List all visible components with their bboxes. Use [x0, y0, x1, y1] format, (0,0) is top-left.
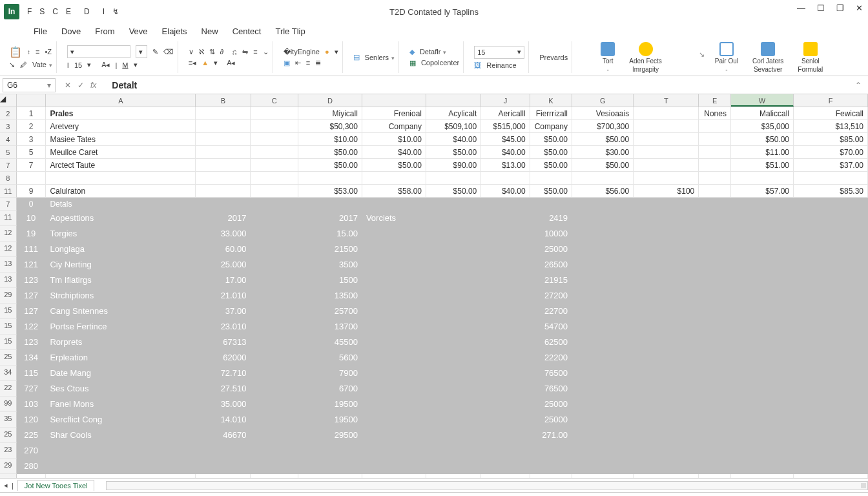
cell[interactable] [699, 198, 731, 211]
cell[interactable] [251, 381, 298, 397]
qat-item[interactable]: D [84, 7, 90, 16]
cell[interactable] [481, 304, 530, 319]
menu-item[interactable]: New [202, 26, 218, 36]
cell[interactable]: $50.00 [426, 185, 481, 198]
cell[interactable] [794, 335, 868, 350]
cell[interactable] [634, 172, 699, 185]
cell[interactable]: Shar Cools [46, 428, 196, 443]
cell[interactable] [362, 288, 426, 304]
cell[interactable]: 120 [17, 412, 46, 428]
row-header[interactable]: 15 [0, 319, 17, 335]
cell[interactable] [572, 350, 634, 366]
cell[interactable]: 1500 [298, 273, 362, 288]
cell[interactable]: 127 [17, 288, 46, 304]
cell[interactable]: $700,300 [572, 120, 634, 133]
cell[interactable] [572, 474, 634, 478]
cell[interactable]: Aopesttions [46, 211, 196, 226]
cell[interactable] [699, 335, 731, 350]
cell[interactable] [46, 459, 196, 474]
cell[interactable]: 5600 [298, 350, 362, 366]
cell[interactable] [251, 474, 298, 478]
cell[interactable] [731, 459, 794, 474]
cell[interactable] [362, 335, 426, 350]
cell[interactable]: 2017 [298, 211, 362, 226]
cell[interactable] [572, 381, 634, 397]
cell[interactable] [572, 397, 634, 412]
column-header[interactable]: G [572, 94, 634, 107]
cell[interactable] [731, 198, 794, 211]
cell[interactable] [481, 257, 530, 273]
cell[interactable] [634, 459, 699, 474]
font-combo[interactable]: ▾ [67, 45, 130, 58]
menu-item[interactable]: Veve [129, 26, 148, 36]
cell[interactable]: $50.00 [572, 159, 634, 172]
row-header[interactable]: 4 [0, 133, 17, 146]
cell[interactable]: Maliccall [731, 107, 794, 120]
cell[interactable]: 29500 [298, 428, 362, 443]
cell[interactable] [699, 443, 731, 459]
menu-item[interactable]: Centect [232, 26, 262, 36]
cell[interactable]: 62500 [530, 335, 572, 350]
cell[interactable]: Nones [699, 107, 731, 120]
cell[interactable] [699, 133, 731, 146]
cell[interactable]: 2 [17, 120, 46, 133]
cell[interactable] [426, 443, 481, 459]
cell[interactable]: $50.00 [530, 133, 572, 146]
cell[interactable] [298, 172, 362, 185]
cell[interactable]: Masiee Tates [46, 133, 196, 146]
cell[interactable] [481, 381, 530, 397]
cell[interactable]: $10.00 [362, 133, 426, 146]
cell[interactable] [196, 185, 251, 198]
cell[interactable] [634, 335, 699, 350]
cell[interactable] [699, 172, 731, 185]
cell[interactable]: $13,510 [794, 120, 868, 133]
cell[interactable]: Fanel Mons [46, 397, 196, 412]
cell[interactable]: 115 [17, 366, 46, 381]
cell[interactable] [699, 146, 731, 159]
cell[interactable]: 1 [17, 107, 46, 120]
column-header[interactable]: W [731, 94, 794, 107]
cell[interactable] [530, 459, 572, 474]
cell[interactable] [196, 474, 251, 478]
cell[interactable] [530, 443, 572, 459]
cell[interactable]: Ses Ctous [46, 381, 196, 397]
cell[interactable]: 122 [17, 319, 46, 335]
ribbon-btn-pair[interactable]: Pair Oul- [711, 41, 742, 74]
cell[interactable]: 22700 [530, 304, 572, 319]
select-all-corner[interactable]: ◢ [0, 94, 17, 107]
cell[interactable]: $50.00 [530, 146, 572, 159]
name-box[interactable]: G6▾ [3, 78, 56, 92]
column-header[interactable] [426, 94, 481, 107]
cell[interactable] [298, 474, 362, 478]
cell[interactable] [794, 366, 868, 381]
cell[interactable] [634, 319, 699, 335]
cell[interactable]: $58.00 [362, 185, 426, 198]
cell[interactable]: $515,000 [481, 120, 530, 133]
cell[interactable] [17, 172, 46, 185]
cell[interactable]: 6700 [298, 381, 362, 397]
cell[interactable] [481, 242, 530, 257]
cell[interactable] [196, 133, 251, 146]
cell[interactable] [426, 397, 481, 412]
tab-nav-prev[interactable]: ◂ [4, 481, 8, 490]
cell[interactable] [481, 474, 530, 478]
cell[interactable] [196, 120, 251, 133]
cell[interactable]: 19500 [298, 412, 362, 428]
column-header[interactable]: F [794, 94, 868, 107]
row-header[interactable]: 15 [0, 304, 17, 319]
cell[interactable]: $13.00 [481, 159, 530, 172]
restore-button[interactable]: ❐ [836, 3, 844, 13]
cell[interactable]: 271.00 [530, 428, 572, 443]
cell[interactable]: Torgies [46, 226, 196, 242]
cell[interactable] [731, 397, 794, 412]
cell[interactable] [699, 428, 731, 443]
cell[interactable] [794, 198, 868, 211]
cell[interactable]: 123 [17, 273, 46, 288]
cell[interactable] [362, 257, 426, 273]
cell[interactable] [426, 172, 481, 185]
cell[interactable]: $40.00 [362, 146, 426, 159]
bold-button[interactable]: I [67, 61, 69, 69]
cell[interactable] [298, 443, 362, 459]
cell[interactable] [426, 381, 481, 397]
cell[interactable] [572, 288, 634, 304]
